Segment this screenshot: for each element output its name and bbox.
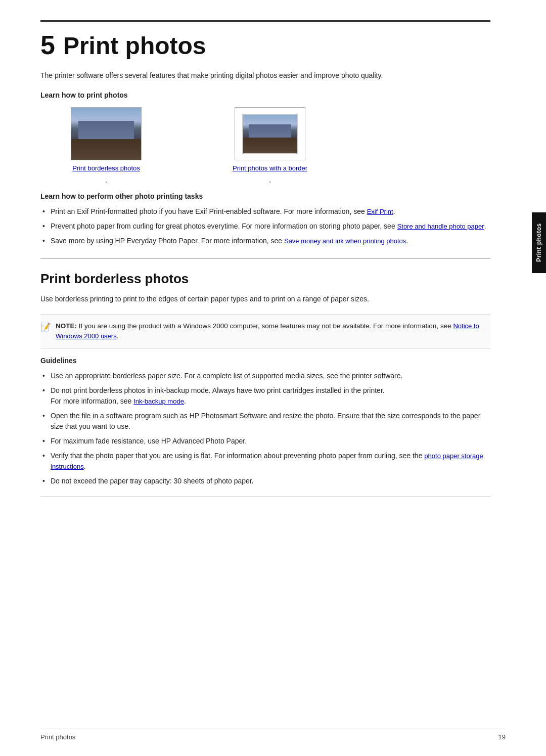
photo-inner-border <box>242 114 298 154</box>
section-borderless-intro: Use borderless printing to print to the … <box>40 294 490 304</box>
main-bullet-list: Print an Exif Print-formatted photo if y… <box>40 206 490 246</box>
intro-text: The printer software offers several feat… <box>40 70 490 81</box>
guideline-item-4: For maximum fade resistance, use HP Adva… <box>40 436 490 447</box>
list-item-exif: Print an Exif Print-formatted photo if y… <box>40 206 490 217</box>
save-period: . <box>406 237 408 245</box>
note-content: NOTE: If you are using the product with … <box>56 321 490 342</box>
sidebar-tab: Print photos <box>532 212 546 273</box>
other-tasks-heading: Learn how to perform other photo printin… <box>40 192 490 200</box>
note-label: NOTE: <box>56 322 77 330</box>
guideline-item-3: Open the file in a software program such… <box>40 411 490 432</box>
list-item-save-money: Save more by using HP Everyday Photo Pap… <box>40 236 490 246</box>
link-save-money[interactable]: Save money and ink when printing photos <box>284 237 406 245</box>
curling-period: . <box>484 222 486 230</box>
border-photo-image <box>235 107 305 160</box>
note-icon: 📝 <box>40 321 51 342</box>
period-border: . <box>269 176 271 184</box>
sidebar-label: Print photos <box>535 224 542 262</box>
link-with-border[interactable]: Print photos with a border <box>233 164 307 172</box>
save-text-before: Save more by using HP Everyday Photo Pap… <box>51 237 284 245</box>
main-content: 5 Print photos The printer software offe… <box>0 0 531 756</box>
guideline-item-6: Do not exceed the paper tray capacity: 3… <box>40 476 490 486</box>
learn-how-heading: Learn how to print photos <box>40 91 490 99</box>
borderless-photo-item: Print borderless photos. <box>71 107 142 184</box>
exif-period: . <box>393 207 395 215</box>
chapter-header: 5 Print photos <box>40 20 490 58</box>
link-ink-backup-mode[interactable]: Ink-backup mode <box>133 397 184 405</box>
photo-examples: Print borderless photos. Print photos wi… <box>71 107 490 184</box>
note-after: . <box>117 332 119 340</box>
guideline-item-2: Do not print borderless photos in ink-ba… <box>40 385 490 407</box>
link-borderless[interactable]: Print borderless photos <box>72 164 140 172</box>
footer-left: Print photos <box>40 733 75 741</box>
period-borderless: . <box>105 176 107 184</box>
chapter-title: Print photos <box>63 34 206 58</box>
borderless-photo-image <box>71 107 142 160</box>
section-borderless-title: Print borderless photos <box>40 271 490 287</box>
guideline-item-5: Verify that the photo paper that you are… <box>40 451 490 472</box>
note-box: 📝 NOTE: If you are using the product wit… <box>40 315 490 348</box>
footer: Print photos 19 <box>40 729 506 741</box>
guideline-item-1: Use an appropriate borderless paper size… <box>40 371 490 381</box>
curling-text-before: Prevent photo paper from curling for gre… <box>51 222 397 230</box>
chapter-title-row: 5 Print photos <box>40 32 490 58</box>
chapter-number: 5 <box>40 32 55 58</box>
note-text-main: If you are using the product with a Wind… <box>79 322 453 330</box>
exif-text-before: Print an Exif Print-formatted photo if y… <box>51 207 367 215</box>
guidelines-heading: Guidelines <box>40 357 490 365</box>
guidelines-bullet-list: Use an appropriate borderless paper size… <box>40 371 490 486</box>
street-scene-border <box>243 115 297 153</box>
list-item-curling: Prevent photo paper from curling for gre… <box>40 221 490 232</box>
section-divider-bottom <box>40 497 490 497</box>
border-photo-item: Print photos with a border. <box>233 107 307 184</box>
street-scene-borderless <box>71 108 141 160</box>
link-exif-print[interactable]: Exif Print <box>367 208 393 215</box>
section-divider-1 <box>40 258 490 259</box>
footer-right: 19 <box>498 733 506 741</box>
link-store-photo-paper[interactable]: Store and handle photo paper <box>397 223 484 230</box>
